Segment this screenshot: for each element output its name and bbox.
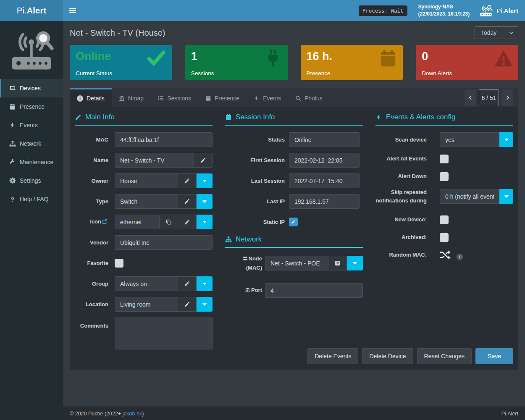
card-current-status[interactable]: Online Current Status (70, 45, 172, 80)
location-edit-button[interactable] (178, 297, 197, 312)
sidebar-item-presence[interactable]: Presence (0, 97, 63, 116)
delete-device-button[interactable]: Delete Device (362, 348, 413, 364)
last-session-input[interactable] (289, 173, 360, 188)
location-input[interactable] (115, 297, 178, 312)
external-link-square-icon (334, 260, 341, 266)
archived-checkbox[interactable] (440, 233, 449, 242)
skip-notifications-select[interactable] (440, 189, 499, 204)
sidebar-item-events[interactable]: Events (0, 116, 63, 134)
tab-details[interactable]: i Details (70, 88, 112, 107)
alert-all-events-checkbox[interactable] (440, 155, 449, 163)
skip-notifications-dropdown-button[interactable] (499, 189, 513, 204)
footer-brand: Pi.Alert (501, 411, 518, 417)
owner-row: Owner (75, 173, 213, 188)
sidebar-item-maintenance[interactable]: Maintenance (0, 153, 63, 171)
pencil-icon (184, 281, 190, 287)
icon-edit-button[interactable] (178, 215, 197, 229)
vendor-input[interactable] (115, 235, 213, 250)
group-label: Group (75, 280, 108, 288)
group-dropdown-button[interactable] (197, 276, 213, 291)
new-device-checkbox[interactable] (440, 215, 449, 224)
server-icon (242, 255, 248, 264)
comments-textarea[interactable] (115, 318, 213, 349)
node-dropdown-button[interactable] (347, 256, 363, 270)
device-pager: 6 / 51 (465, 88, 518, 107)
info-circle-icon: i (77, 95, 83, 102)
group-input[interactable] (115, 276, 178, 291)
alerts-config-header: Events & Alerts config (375, 113, 513, 126)
tab-sessions[interactable]: Sessions (151, 88, 198, 107)
period-select-value: Today (481, 29, 496, 36)
port-input[interactable] (265, 283, 363, 298)
save-button[interactable]: Save (475, 348, 513, 364)
app-logo-title[interactable]: Pi.Alert (0, 0, 63, 21)
archived-label: Archived: (375, 233, 427, 242)
type-label: Type (75, 197, 108, 206)
group-edit-button[interactable] (178, 276, 197, 291)
owner-edit-button[interactable] (178, 173, 197, 188)
page-indicator: 6 / 51 (479, 89, 499, 106)
form-actions: Delete Events Delete Device Reset Change… (307, 348, 513, 364)
owner-input[interactable] (115, 173, 178, 188)
card-label: Current Status (76, 70, 112, 76)
tab-nmap[interactable]: Nmap (112, 88, 151, 107)
alert-down-row: Alert Down (375, 171, 513, 182)
name-edit-button[interactable] (194, 153, 213, 168)
sidebar-item-devices[interactable]: Devices (0, 79, 63, 97)
caret-down-icon (202, 221, 207, 223)
vendor-row: Vendor (75, 235, 213, 250)
alert-down-label: Alert Down (375, 172, 427, 181)
name-input[interactable] (115, 153, 194, 168)
icon-dropdown-button[interactable] (197, 215, 213, 229)
tab-pholus[interactable]: Pholus (288, 88, 330, 107)
card-presence[interactable]: 16 h. Presence (301, 45, 403, 80)
pencil-icon (184, 178, 190, 184)
sidebar-item-network[interactable]: Network (0, 134, 63, 153)
random-mac-row: Random MAC: i (375, 249, 513, 261)
reset-changes-button[interactable]: Reset Changes (417, 348, 472, 364)
caret-down-icon (202, 180, 207, 182)
header-brand-text: Pi.Alert (496, 7, 518, 14)
tab-events[interactable]: Events (247, 88, 288, 107)
alert-down-checkbox[interactable] (440, 172, 449, 181)
card-sessions[interactable]: 1 Sessions (185, 45, 288, 80)
type-input[interactable] (115, 194, 178, 209)
bank-icon (245, 287, 250, 295)
jokob-sk-link[interactable]: jokob-sk (123, 411, 142, 417)
first-session-input[interactable] (289, 153, 360, 168)
new-device-label: New Device: (375, 215, 427, 224)
hamburger-menu-icon[interactable] (63, 0, 82, 21)
alerts-config-section: Events & Alerts config Scan device Alert… (375, 113, 513, 357)
next-device-button[interactable] (501, 89, 513, 106)
icon-copy-button[interactable] (160, 215, 178, 229)
period-select[interactable]: Today (475, 26, 518, 39)
node-input[interactable] (265, 256, 328, 270)
owner-dropdown-button[interactable] (197, 173, 213, 188)
sitemap-icon (9, 140, 16, 147)
static-ip-checkbox[interactable] (289, 218, 298, 226)
type-dropdown-button[interactable] (197, 194, 213, 209)
card-down-alerts[interactable]: 0 Down Alerts (416, 45, 518, 80)
status-input[interactable] (289, 132, 360, 147)
last-ip-input[interactable] (289, 194, 360, 209)
node-open-button[interactable] (328, 256, 347, 270)
icon-input[interactable] (115, 215, 160, 229)
sidebar-item-label: Events (20, 122, 38, 129)
favorite-checkbox[interactable] (115, 259, 123, 268)
scan-device-select[interactable] (440, 132, 499, 147)
scan-device-dropdown-button[interactable] (499, 132, 513, 147)
type-edit-button[interactable] (178, 194, 197, 209)
last-session-row: Last Session (225, 173, 363, 188)
external-link-icon[interactable] (102, 218, 108, 227)
comments-row: Comments (75, 318, 213, 351)
tab-presence[interactable]: Presence (198, 88, 247, 107)
location-dropdown-button[interactable] (197, 297, 213, 312)
comments-label: Comments (75, 322, 108, 330)
mac-input[interactable] (115, 132, 213, 147)
delete-events-button[interactable]: Delete Events (307, 348, 358, 364)
prev-device-button[interactable] (465, 89, 476, 106)
info-tooltip-icon[interactable]: i (457, 254, 463, 260)
first-session-label: First Session (225, 156, 285, 165)
sidebar-item-settings[interactable]: Settings (0, 171, 63, 190)
sidebar-item-help-faq[interactable]: ? Help / FAQ (0, 190, 63, 208)
